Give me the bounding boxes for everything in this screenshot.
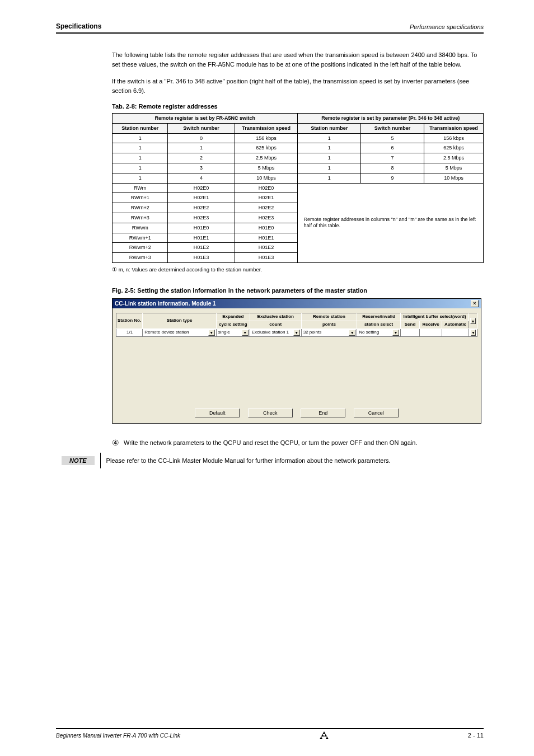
cell: 1	[168, 143, 235, 153]
footer-page-number: 2 - 11	[468, 732, 484, 739]
cancel-button[interactable]: Cancel	[354, 408, 399, 417]
col-station-no: Station number	[113, 123, 168, 133]
col-stno: Station No.	[116, 313, 143, 328]
expanded-dropdown[interactable]: single▼	[216, 328, 250, 336]
cell: 1	[298, 143, 361, 153]
table-row: 1 4 10 Mbps 1 9 10 Mbps	[113, 173, 484, 183]
col-rem1: Remote station	[301, 313, 357, 321]
station-type-dropdown[interactable]: Remote device station▼	[143, 328, 217, 336]
cell: 0	[168, 133, 235, 143]
cell: RWwm	[113, 223, 168, 233]
cell: H01E3	[168, 253, 235, 263]
cell: 1	[113, 153, 168, 163]
default-button[interactable]: Default	[195, 408, 240, 417]
check-button[interactable]: Check	[248, 408, 293, 417]
svg-marker-2	[324, 734, 327, 737]
cell: 1	[113, 163, 168, 173]
col-exp1: Expanded	[216, 313, 250, 321]
cell-auto	[442, 328, 469, 336]
col-int: Intelligent buffer select(word)	[401, 313, 469, 321]
table-row: 1 0 156 kbps 1 5 156 kbps	[113, 133, 484, 143]
cell: H01E2	[235, 243, 298, 253]
screenshot-window: CC-Link station information. Module 1 × …	[112, 298, 481, 424]
scrollbar-up[interactable]: ▲	[469, 313, 477, 328]
cell: 1	[113, 133, 168, 143]
cell: 156 kbps	[235, 133, 298, 143]
screenshot-title-text: CC-Link station information. Module 1	[115, 300, 216, 307]
footer-doc-title: Beginners Manual Inverter FR-A 700 with …	[56, 732, 180, 739]
page-header-left: Specifications	[56, 22, 101, 30]
cell: H02E1	[235, 193, 298, 203]
note-label: NOTE	[62, 456, 95, 465]
col-rem2: points	[301, 321, 357, 328]
intro-paragraph-2: If the switch is at a "Pr. 346 to 348 ac…	[112, 77, 484, 95]
header-rule	[56, 32, 484, 34]
cell: 5 Mbps	[235, 163, 298, 173]
note-text: Please refer to the CC-Link Master Modul…	[106, 457, 391, 464]
station-type-value: Remote device station	[144, 330, 189, 335]
col-sttype: Station type	[143, 313, 217, 328]
intro-paragraph-1: The following table lists the remote reg…	[112, 50, 484, 69]
col-switch-no: Switch number	[168, 123, 235, 133]
station-grid: Station No. Station type Expanded Exclus…	[116, 313, 477, 337]
cell: H02E2	[235, 203, 298, 213]
step-4-text: Write the network parameters to the QCPU…	[124, 438, 417, 448]
table-head-right: Remote register is set by parameter (Pr.…	[298, 114, 484, 124]
chevron-down-icon: ▼	[392, 330, 399, 336]
screenshot-titlebar: CC-Link station information. Module 1 ×	[113, 299, 481, 308]
cell: H02E2	[168, 203, 235, 213]
cell: H01E0	[168, 223, 235, 233]
cell: H01E2	[168, 243, 235, 253]
col-station-no-r: Station number	[298, 123, 361, 133]
cell: 1	[113, 173, 168, 183]
chevron-down-icon: ▼	[208, 330, 215, 336]
cell-send	[401, 328, 420, 336]
note-divider	[100, 453, 101, 468]
table-caption: Tab. 2-8: Remote register addresses	[112, 103, 484, 110]
cell: H02E3	[168, 213, 235, 223]
svg-marker-3	[320, 736, 322, 739]
cell: 2.5 Mbps	[235, 153, 298, 163]
cell: H01E1	[168, 233, 235, 243]
close-icon[interactable]: ×	[471, 300, 479, 307]
cell: RWrn	[113, 183, 168, 193]
reserve-dropdown[interactable]: No setting▼	[357, 328, 401, 336]
cell: 5 Mbps	[424, 163, 483, 173]
station-row: 1/1 Remote device station▼ single▼ Exclu…	[116, 328, 477, 336]
cell: 1	[298, 133, 361, 143]
col-recv: Receive	[420, 321, 442, 328]
col-auto: Automatic	[442, 321, 469, 328]
col-exp2: cyclic setting	[216, 321, 250, 328]
cell: H02E0	[235, 183, 298, 193]
cell: 10 Mbps	[424, 173, 483, 183]
table-row: RWrn H02E0 H02E0 Remote register address…	[113, 183, 484, 193]
cell: 4	[168, 173, 235, 183]
expanded-value: single	[218, 330, 230, 335]
cell: RWrn+1	[113, 193, 168, 203]
cell: 9	[361, 173, 424, 183]
cell-recv	[420, 328, 442, 336]
scrollbar-down[interactable]: ▼	[469, 328, 477, 336]
exclusive-dropdown[interactable]: Exclusive station 1▼	[250, 328, 301, 336]
chevron-down-icon: ▼	[293, 330, 300, 336]
remote-points-dropdown[interactable]: 32 points▼	[301, 328, 357, 336]
col-res2: station select	[357, 321, 401, 328]
cell: 1	[298, 173, 361, 183]
cell: 156 kbps	[424, 133, 483, 143]
table-row: 1 1 625 kbps 1 6 625 kbps	[113, 143, 484, 153]
cell: 1	[113, 143, 168, 153]
col-trans-speed: Transmission speed	[235, 123, 298, 133]
cell: H02E0	[168, 183, 235, 193]
svg-marker-0	[322, 731, 325, 734]
cell: 625 kbps	[235, 143, 298, 153]
cell: 1	[298, 163, 361, 173]
cell: 8	[361, 163, 424, 173]
cell: 6	[361, 143, 424, 153]
cell: RWrn+2	[113, 203, 168, 213]
cell: 3	[168, 163, 235, 173]
cell: H02E1	[168, 193, 235, 203]
cell: 2.5 Mbps	[424, 153, 483, 163]
end-button[interactable]: End	[301, 408, 345, 417]
cell: RWrn+3	[113, 213, 168, 223]
svg-marker-1	[321, 734, 324, 737]
